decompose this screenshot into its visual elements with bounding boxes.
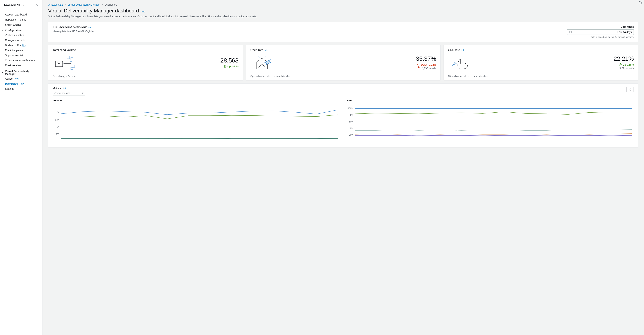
chart-volume: Volume 5001K1.5K2K (53, 99, 340, 144)
info-link[interactable]: Info (264, 49, 268, 52)
overview-panel: Full account overview Info Viewing data … (48, 22, 638, 42)
refresh-button[interactable] (626, 87, 634, 92)
sidebar-section-configuration[interactable]: Configuration (0, 27, 42, 33)
chart-volume-svg: 5001K1.5K2K (53, 104, 340, 143)
svg-rect-7 (67, 56, 70, 59)
sidebar-item-label: Advisor (5, 77, 14, 80)
svg-rect-10 (72, 65, 75, 67)
date-range-select[interactable]: Last 14 days (567, 29, 634, 35)
stat-value: 28,563 (220, 57, 238, 64)
chevron-right-icon: › (65, 3, 66, 6)
select-placeholder: Select metrics (54, 92, 70, 95)
main-scroll[interactable]: Amazon SES › Virtual Deliverability Mana… (42, 0, 644, 155)
main: Amazon SES › Virtual Deliverability Mana… (42, 0, 644, 335)
svg-text:500: 500 (56, 133, 59, 135)
envelope-send-icon (53, 54, 78, 71)
stat-footer: Clicked out of delivered emails tracked (448, 75, 634, 78)
stat-title: Open rate (250, 49, 263, 52)
svg-text:1K: 1K (56, 126, 59, 128)
sidebar-item-label: Cross-account notifications (5, 59, 35, 62)
stat-change-text: Up 2.64% (228, 65, 238, 68)
svg-text:40%: 40% (349, 127, 353, 130)
chart-title: Rate (347, 99, 634, 102)
sidebar-section-label: Virtual Deliverability Manager (5, 70, 39, 76)
stat-change-text: Up 0.18% (623, 63, 634, 66)
help-info-icon[interactable] (638, 1, 642, 5)
sidebar-nav: Account dashboard Reputation metrics SMT… (0, 10, 42, 94)
stat-footer: Opened out of delivered emails tracked (250, 75, 436, 78)
sidebar-header: Amazon SES ✕ (0, 0, 42, 10)
svg-point-25 (640, 2, 640, 2)
stat-card-open-rate: Open rate Info (246, 45, 440, 81)
stat-change: Up 2.64% (220, 65, 238, 68)
overview-left: Full account overview Info Viewing data … (53, 26, 94, 38)
sidebar-item-account-dashboard[interactable]: Account dashboard (0, 12, 42, 17)
stat-footer: Everything you've sent (53, 75, 238, 78)
svg-text:60%: 60% (349, 120, 353, 123)
stat-change: ! Down -0.12% (416, 63, 436, 66)
info-link[interactable]: Info (462, 49, 465, 52)
sidebar-title: Amazon SES (4, 4, 24, 7)
info-link[interactable]: Info (142, 11, 145, 13)
sidebar: Amazon SES ✕ Account dashboard Reputatio… (0, 0, 42, 335)
metrics-title: Metrics (53, 87, 61, 90)
stat-change: Up 0.18% (614, 63, 634, 66)
sidebar-item-suppression-list[interactable]: Suppression list (0, 53, 42, 58)
overview-right: Date range Last 14 days Data is based on… (567, 26, 634, 38)
close-icon[interactable]: ✕ (36, 3, 39, 7)
stat-change-text: Down -0.12% (421, 63, 436, 66)
select-metrics-dropdown[interactable]: Select metrics (53, 91, 85, 96)
svg-rect-26 (640, 3, 640, 4)
new-badge: New (20, 83, 24, 85)
stat-value: 35.37% (416, 55, 436, 62)
breadcrumb-link-vdm[interactable]: Virtual Deliverability Manager (68, 3, 100, 6)
stat-card-send-volume: Total send volume (48, 45, 243, 81)
success-icon (224, 65, 226, 68)
info-link[interactable]: Info (63, 87, 67, 90)
chart-rate-svg: 20%40%60%80%100% (347, 104, 634, 143)
new-badge: New (15, 78, 19, 80)
sidebar-item-dedicated-ips[interactable]: Dedicated IPs New (0, 43, 42, 48)
date-range-hint: Data is based on the last 14 days of sen… (567, 36, 634, 38)
sidebar-item-verified-identities[interactable]: Verified identities (0, 33, 42, 38)
sidebar-item-label: Settings (5, 87, 14, 90)
stat-card-click-rate: Click rate Info (444, 45, 638, 81)
svg-text:1.5K: 1.5K (55, 118, 59, 121)
metrics-panel: Metrics Info Select metrics Volume 5001K… (48, 83, 638, 148)
svg-rect-0 (569, 31, 571, 33)
sidebar-item-cross-account-notifications[interactable]: Cross-account notifications (0, 58, 42, 63)
chart-title: Volume (53, 99, 340, 102)
sidebar-item-label: Configuration sets (5, 39, 26, 42)
svg-text:100%: 100% (348, 107, 353, 110)
sidebar-item-advisor[interactable]: Advisor New (0, 76, 42, 81)
svg-rect-8 (71, 58, 73, 60)
info-link[interactable]: Info (88, 26, 92, 29)
sidebar-item-configuration-sets[interactable]: Configuration sets (0, 38, 42, 43)
sidebar-section-vdm[interactable]: Virtual Deliverability Manager (0, 68, 42, 76)
svg-text:20%: 20% (349, 134, 353, 136)
breadcrumb: Amazon SES › Virtual Deliverability Mana… (48, 3, 638, 6)
success-icon (619, 63, 622, 66)
chart-rate: Rate 20%40%60%80%100% (347, 99, 634, 144)
sidebar-item-label: SMTP settings (5, 23, 22, 26)
caret-down-icon (2, 72, 4, 73)
breadcrumb-link-ses[interactable]: Amazon SES (48, 3, 63, 6)
overview-subtitle: Viewing data from US East (N. Virginia). (53, 30, 94, 33)
sidebar-item-reputation-metrics[interactable]: Reputation metrics (0, 17, 42, 22)
sidebar-item-email-receiving[interactable]: Email receiving (0, 63, 42, 68)
svg-rect-11 (71, 67, 73, 70)
svg-line-14 (264, 57, 266, 58)
stat-sub: 3,071 emails (614, 67, 634, 70)
sidebar-item-settings[interactable]: Settings (0, 86, 42, 91)
sidebar-item-label: Dedicated IPs (5, 44, 21, 47)
sidebar-item-email-templates[interactable]: Email templates (0, 48, 42, 53)
svg-text:2K: 2K (56, 111, 59, 114)
page-title: Virtual Deliverability Manager dashboard (48, 8, 139, 14)
warning-icon: ! (418, 63, 420, 66)
stat-title: Click rate (448, 49, 460, 52)
caret-down-icon (82, 93, 84, 94)
sidebar-item-smtp-settings[interactable]: SMTP settings (0, 22, 42, 27)
sidebar-item-dashboard[interactable]: Dashboard New (0, 81, 42, 86)
refresh-icon (629, 88, 632, 91)
click-hand-icon (448, 54, 473, 71)
